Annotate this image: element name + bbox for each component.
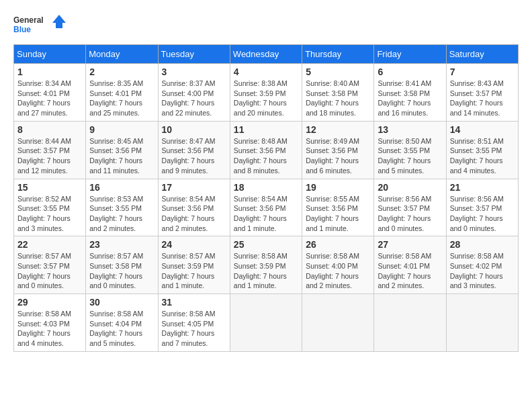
page-header: General Blue [13, 13, 519, 34]
day-info: Sunrise: 8:58 AMSunset: 4:05 PMDaylight:… [162, 309, 226, 349]
calendar-cell [374, 294, 446, 352]
day-number: 20 [378, 182, 442, 193]
header-tuesday: Tuesday [158, 45, 230, 64]
calendar-cell: 18Sunrise: 8:54 AMSunset: 3:56 PMDayligh… [230, 179, 302, 236]
calendar-table: SundayMondayTuesdayWednesdayThursdayFrid… [13, 44, 519, 352]
day-number: 8 [17, 124, 82, 135]
day-number: 31 [162, 297, 226, 308]
week-row-3: 15Sunrise: 8:52 AMSunset: 3:55 PMDayligh… [14, 179, 519, 236]
day-info: Sunrise: 8:45 AMSunset: 3:56 PMDaylight:… [89, 136, 154, 176]
header-sunday: Sunday [14, 45, 86, 64]
header-monday: Monday [86, 45, 158, 64]
day-number: 9 [89, 124, 154, 135]
day-number: 22 [17, 239, 82, 250]
calendar-cell: 25Sunrise: 8:58 AMSunset: 3:59 PMDayligh… [230, 236, 302, 294]
day-number: 6 [378, 66, 442, 77]
day-info: Sunrise: 8:52 AMSunset: 3:55 PMDaylight:… [17, 194, 82, 234]
calendar-cell: 15Sunrise: 8:52 AMSunset: 3:55 PMDayligh… [14, 179, 86, 236]
day-info: Sunrise: 8:51 AMSunset: 3:55 PMDaylight:… [450, 136, 515, 176]
day-info: Sunrise: 8:58 AMSunset: 4:04 PMDaylight:… [89, 309, 154, 349]
day-number: 4 [234, 66, 298, 77]
week-row-2: 8Sunrise: 8:44 AMSunset: 3:57 PMDaylight… [14, 121, 519, 179]
calendar-cell: 1Sunrise: 8:34 AMSunset: 4:01 PMDaylight… [14, 64, 86, 122]
day-info: Sunrise: 8:38 AMSunset: 3:59 PMDaylight:… [234, 79, 298, 118]
day-number: 25 [234, 239, 298, 250]
day-info: Sunrise: 8:49 AMSunset: 3:56 PMDaylight:… [306, 136, 370, 176]
calendar-cell: 8Sunrise: 8:44 AMSunset: 3:57 PMDaylight… [14, 121, 86, 179]
calendar-cell: 27Sunrise: 8:58 AMSunset: 4:01 PMDayligh… [374, 236, 446, 294]
header-friday: Friday [374, 45, 446, 64]
header-wednesday: Wednesday [230, 45, 302, 64]
day-info: Sunrise: 8:37 AMSunset: 4:00 PMDaylight:… [162, 79, 226, 118]
day-number: 18 [234, 182, 298, 193]
day-number: 15 [17, 182, 82, 193]
calendar-cell: 4Sunrise: 8:38 AMSunset: 3:59 PMDaylight… [230, 64, 302, 122]
day-info: Sunrise: 8:57 AMSunset: 3:57 PMDaylight:… [17, 251, 82, 291]
day-info: Sunrise: 8:41 AMSunset: 3:58 PMDaylight:… [378, 79, 442, 118]
calendar-cell: 20Sunrise: 8:56 AMSunset: 3:57 PMDayligh… [374, 179, 446, 236]
calendar-cell: 11Sunrise: 8:48 AMSunset: 3:56 PMDayligh… [230, 121, 302, 179]
svg-text:General: General [13, 15, 44, 25]
svg-text:Blue: Blue [13, 25, 31, 34]
day-info: Sunrise: 8:58 AMSunset: 4:03 PMDaylight:… [17, 309, 82, 349]
day-number: 16 [89, 182, 154, 193]
week-row-5: 29Sunrise: 8:58 AMSunset: 4:03 PMDayligh… [14, 294, 519, 352]
logo: General Blue [13, 13, 67, 34]
day-info: Sunrise: 8:55 AMSunset: 3:56 PMDaylight:… [306, 194, 370, 234]
calendar-cell: 17Sunrise: 8:54 AMSunset: 3:56 PMDayligh… [158, 179, 230, 236]
day-info: Sunrise: 8:58 AMSunset: 4:01 PMDaylight:… [378, 251, 442, 291]
day-number: 23 [89, 239, 154, 250]
day-info: Sunrise: 8:47 AMSunset: 3:56 PMDaylight:… [162, 136, 226, 176]
calendar-cell: 22Sunrise: 8:57 AMSunset: 3:57 PMDayligh… [14, 236, 86, 294]
calendar-cell: 3Sunrise: 8:37 AMSunset: 4:00 PMDaylight… [158, 64, 230, 122]
calendar-cell: 23Sunrise: 8:57 AMSunset: 3:58 PMDayligh… [86, 236, 158, 294]
day-number: 13 [378, 124, 442, 135]
calendar-cell: 5Sunrise: 8:40 AMSunset: 3:58 PMDaylight… [302, 64, 374, 122]
day-number: 5 [306, 66, 370, 77]
week-row-4: 22Sunrise: 8:57 AMSunset: 3:57 PMDayligh… [14, 236, 519, 294]
day-number: 27 [378, 239, 442, 250]
calendar-cell: 28Sunrise: 8:58 AMSunset: 4:02 PMDayligh… [446, 236, 518, 294]
day-info: Sunrise: 8:57 AMSunset: 3:59 PMDaylight:… [162, 251, 226, 291]
day-info: Sunrise: 8:58 AMSunset: 3:59 PMDaylight:… [234, 251, 298, 291]
calendar-cell: 7Sunrise: 8:43 AMSunset: 3:57 PMDaylight… [446, 64, 518, 122]
day-number: 11 [234, 124, 298, 135]
calendar-cell: 24Sunrise: 8:57 AMSunset: 3:59 PMDayligh… [158, 236, 230, 294]
svg-marker-2 [52, 15, 66, 28]
day-number: 3 [162, 66, 226, 77]
day-number: 24 [162, 239, 226, 250]
day-number: 21 [450, 182, 515, 193]
day-info: Sunrise: 8:48 AMSunset: 3:56 PMDaylight:… [234, 136, 298, 176]
calendar-cell: 12Sunrise: 8:49 AMSunset: 3:56 PMDayligh… [302, 121, 374, 179]
calendar-cell: 29Sunrise: 8:58 AMSunset: 4:03 PMDayligh… [14, 294, 86, 352]
header-thursday: Thursday [302, 45, 374, 64]
calendar-cell [446, 294, 518, 352]
calendar-cell: 14Sunrise: 8:51 AMSunset: 3:55 PMDayligh… [446, 121, 518, 179]
day-number: 29 [17, 297, 82, 308]
calendar-cell: 30Sunrise: 8:58 AMSunset: 4:04 PMDayligh… [86, 294, 158, 352]
day-info: Sunrise: 8:57 AMSunset: 3:58 PMDaylight:… [89, 251, 154, 291]
day-number: 28 [450, 239, 515, 250]
day-number: 30 [89, 297, 154, 308]
calendar-cell: 16Sunrise: 8:53 AMSunset: 3:55 PMDayligh… [86, 179, 158, 236]
calendar-cell: 6Sunrise: 8:41 AMSunset: 3:58 PMDaylight… [374, 64, 446, 122]
logo-icon: General Blue [13, 13, 67, 34]
day-number: 17 [162, 182, 226, 193]
day-info: Sunrise: 8:40 AMSunset: 3:58 PMDaylight:… [306, 79, 370, 118]
day-number: 10 [162, 124, 226, 135]
day-number: 1 [17, 66, 82, 77]
day-info: Sunrise: 8:56 AMSunset: 3:57 PMDaylight:… [450, 194, 515, 234]
day-info: Sunrise: 8:43 AMSunset: 3:57 PMDaylight:… [450, 79, 515, 118]
day-info: Sunrise: 8:54 AMSunset: 3:56 PMDaylight:… [234, 194, 298, 234]
calendar-cell: 9Sunrise: 8:45 AMSunset: 3:56 PMDaylight… [86, 121, 158, 179]
day-info: Sunrise: 8:53 AMSunset: 3:55 PMDaylight:… [89, 194, 154, 234]
header-saturday: Saturday [446, 45, 518, 64]
day-number: 12 [306, 124, 370, 135]
day-number: 2 [89, 66, 154, 77]
calendar-cell: 21Sunrise: 8:56 AMSunset: 3:57 PMDayligh… [446, 179, 518, 236]
day-info: Sunrise: 8:34 AMSunset: 4:01 PMDaylight:… [17, 79, 82, 118]
day-info: Sunrise: 8:54 AMSunset: 3:56 PMDaylight:… [162, 194, 226, 234]
day-info: Sunrise: 8:44 AMSunset: 3:57 PMDaylight:… [17, 136, 82, 176]
calendar-cell [302, 294, 374, 352]
day-info: Sunrise: 8:56 AMSunset: 3:57 PMDaylight:… [378, 194, 442, 234]
